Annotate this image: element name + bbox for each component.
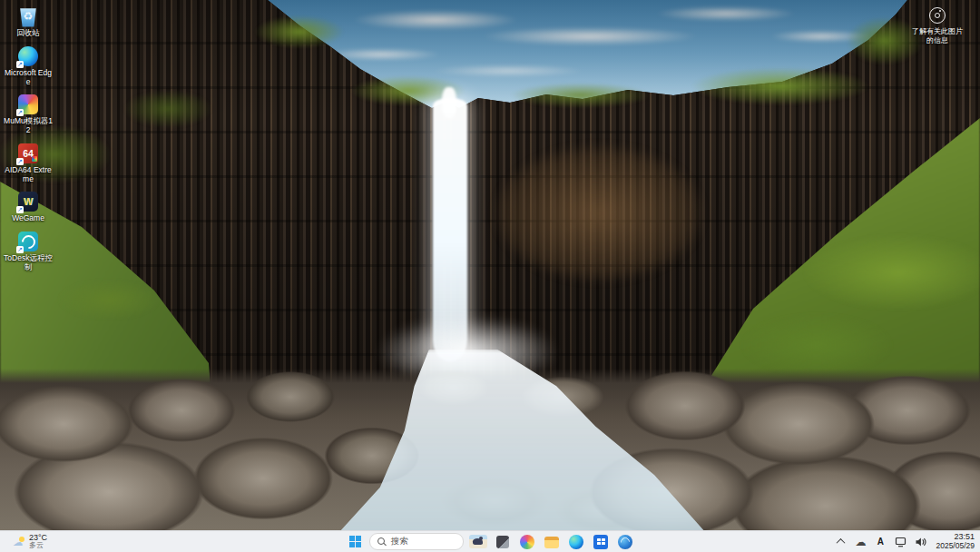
bird-image-icon <box>469 535 487 548</box>
recycle-bin-icon: ♻ <box>17 5 39 27</box>
ime-indicator[interactable]: A <box>874 531 887 552</box>
volume-icon <box>915 537 926 547</box>
clock[interactable]: 23:51 2025/05/29 <box>934 532 975 550</box>
taskbar-app-edge[interactable] <box>566 533 586 551</box>
system-tray: ☁ A 23:51 2025/05/29 <box>834 531 975 552</box>
recycle-glyph: ♻ <box>19 6 37 27</box>
edge-icon: ↗ <box>17 45 39 67</box>
mumu-emulator-icon: ↗ <box>17 94 39 115</box>
desktop-icon-label: MuMu模拟器12 <box>3 117 54 135</box>
blue-circle-app-icon <box>618 535 632 549</box>
taskbar-app-file-explorer[interactable] <box>542 533 562 551</box>
desktop-icon-recycle-bin[interactable]: ♻ 回收站 <box>2 5 54 39</box>
spotlight-text-line2: 的信息 <box>907 36 967 45</box>
windows-logo-icon <box>349 536 361 547</box>
weather-widget[interactable]: ☁ 23°C 多云 <box>9 531 51 552</box>
store-pane <box>602 538 605 541</box>
edge-icon <box>569 535 583 549</box>
weather-condition: 多云 <box>29 542 47 549</box>
pinwheel-app-icon <box>520 535 534 549</box>
bird-silhouette <box>473 538 483 545</box>
desktop-icon-label: 回收站 <box>16 29 40 38</box>
desktop-icon-column: ♻ 回收站 ↗ Microsoft Edge ↗ MuMu模拟器12 64 ↗ … <box>2 5 54 273</box>
store-pane <box>597 538 601 541</box>
network-tray-button[interactable] <box>894 531 906 552</box>
hidden-icons-button[interactable] <box>834 531 847 552</box>
todesk-icon: ↗ <box>17 231 39 252</box>
shortcut-arrow-icon: ↗ <box>16 206 24 213</box>
aida64-icon: 64 ↗ <box>17 143 39 164</box>
cloud-icon: ☁ <box>13 537 23 547</box>
desktop-icon-wegame[interactable]: W ↗ WeGame <box>2 190 54 224</box>
ime-letter: A <box>877 537 884 547</box>
chevron-up-icon <box>837 538 846 547</box>
store-pane <box>602 542 605 545</box>
windows-logo-pane <box>349 542 355 547</box>
weather-icon: ☁ <box>13 537 25 547</box>
desktop-icon-aida64[interactable]: 64 ↗ AIDA64 Extreme <box>2 142 54 185</box>
taskbar-center-group: 搜索 <box>345 533 635 551</box>
clock-date: 2025/05/29 <box>936 542 975 551</box>
desktop-icon-label: AIDA64 Extreme <box>3 166 54 184</box>
desktop-wallpaper <box>0 0 980 531</box>
taskbar-app-pinwheel[interactable] <box>517 533 537 551</box>
shortcut-arrow-icon: ↗ <box>16 158 24 165</box>
windows-logo-pane <box>349 536 355 541</box>
spotlight-text-line1: 了解有关此图片 <box>907 27 967 36</box>
aida64-chip-icon <box>32 156 37 162</box>
search-box[interactable]: 搜索 <box>369 533 464 550</box>
taskbar-app-widget-bird[interactable] <box>468 533 488 551</box>
desktop-icon-label: ToDesk远程控制 <box>3 254 54 272</box>
shortcut-arrow-icon: ↗ <box>16 61 24 68</box>
desktop-icon-label: WeGame <box>12 214 44 223</box>
wegame-icon: W ↗ <box>17 191 39 212</box>
desktop-icon-microsoft-edge[interactable]: ↗ Microsoft Edge <box>2 44 54 88</box>
taskbar-app-dark-photo[interactable] <box>493 533 513 551</box>
shortcut-arrow-icon: ↗ <box>16 246 24 253</box>
windows-logo-pane <box>356 542 361 547</box>
onedrive-tray-button[interactable]: ☁ <box>854 531 867 552</box>
onedrive-cloud-icon: ☁ <box>855 537 866 547</box>
store-grid <box>597 538 605 545</box>
network-icon <box>895 537 906 547</box>
weather-text: 23°C 多云 <box>29 534 47 550</box>
windows-logo-pane <box>356 536 361 541</box>
desktop-icon-mumu-emulator[interactable]: ↗ MuMu模拟器12 <box>2 93 54 136</box>
camera-icon <box>929 7 946 24</box>
shortcut-arrow-icon: ↗ <box>16 109 24 116</box>
file-explorer-icon <box>544 537 559 548</box>
desktop-icon-label: Microsoft Edge <box>3 69 54 87</box>
spotlight-learn-more[interactable]: 了解有关此图片 的信息 <box>907 7 967 46</box>
taskbar-app-store[interactable] <box>591 533 611 551</box>
search-icon <box>377 537 387 547</box>
volume-tray-button[interactable] <box>914 531 926 552</box>
search-placeholder: 搜索 <box>391 536 408 547</box>
taskbar-app-blue-circle[interactable] <box>615 533 635 551</box>
taskbar: ☁ 23°C 多云 搜索 <box>0 530 980 552</box>
store-pane <box>597 542 601 545</box>
dark-photo-icon <box>496 536 509 548</box>
desktop-icon-todesk[interactable]: ↗ ToDesk远程控制 <box>2 230 54 273</box>
microsoft-store-icon <box>593 535 608 549</box>
start-button[interactable] <box>345 533 365 551</box>
